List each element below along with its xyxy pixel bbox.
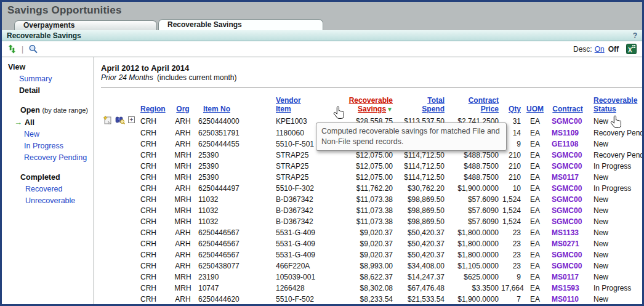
cell-region: CRH	[138, 216, 170, 227]
cell-status: New	[590, 249, 644, 260]
cell-total: $50,420.37	[395, 227, 447, 238]
col-header-vendor[interactable]: VendorItem	[265, 91, 329, 115]
cell-savings: $8,302.08	[329, 283, 395, 294]
cell-vendor: 5531-G-409	[265, 238, 329, 249]
cell-item: 6250444497	[198, 183, 265, 194]
excel-export-icon[interactable]: X	[626, 44, 637, 54]
tab-recoverable-savings[interactable]: Recoverable Savings	[158, 19, 323, 30]
sidebar-item-recovered[interactable]: Recovered	[25, 185, 62, 193]
cell-contract[interactable]: MS1109	[548, 127, 590, 139]
new-note-icon[interactable]	[103, 115, 112, 124]
cell-status: New	[590, 227, 644, 238]
col-header-contract[interactable]: Contract	[548, 91, 590, 115]
cell-uom: EA	[525, 283, 548, 294]
cell-status: New	[590, 294, 644, 305]
cell-contract[interactable]: MS1593	[548, 283, 590, 294]
cell-org: ARH	[170, 227, 198, 238]
cell-org: ARH	[170, 183, 198, 194]
col-header-status[interactable]: RecoverableStatus	[590, 91, 644, 115]
cell-item: 25390	[198, 161, 265, 172]
cell-uom: EA	[525, 172, 548, 183]
cell-org: MRH	[170, 283, 198, 294]
col-header-total[interactable]: TotalSpend	[395, 91, 447, 115]
cell-item: 6250446567	[198, 249, 265, 260]
cell-contract[interactable]: SGMC00	[548, 150, 590, 161]
cell-contract[interactable]: SGMC00	[548, 205, 590, 216]
table-header-row: RegionOrgItem NoVendorItemRecoverableSav…	[101, 91, 644, 115]
cell-region: CRH	[138, 283, 170, 294]
help-icon[interactable]: ?	[633, 31, 637, 40]
cell-savings: $8,622.37	[329, 272, 395, 283]
col-header-qty[interactable]: Qty	[501, 91, 525, 115]
cell-contract[interactable]: SGMC00	[548, 260, 590, 272]
cell-total: $98,869.50	[395, 216, 447, 227]
cell-uom: EA	[525, 127, 548, 139]
cell-vendor: 5531-G-409	[265, 227, 329, 238]
sidebar-item-all[interactable]: All	[25, 118, 34, 127]
cell-vendor: B-D367342	[265, 205, 329, 216]
cell-uom: EA	[525, 205, 548, 216]
cell-contract[interactable]: SGMC00	[548, 194, 590, 205]
cell-item: 23190	[198, 272, 265, 283]
tab-overpayments[interactable]: Overpayments	[14, 20, 157, 30]
cell-qty: 210	[501, 150, 525, 161]
refresh-icon[interactable]	[7, 44, 17, 54]
col-header-region[interactable]: Region	[138, 91, 170, 115]
cell-status: In Progress	[590, 161, 644, 172]
search-icon[interactable]	[28, 44, 38, 54]
sidebar-item-in-progress[interactable]: In Progress	[24, 142, 63, 150]
cell-contract[interactable]: MS0117	[548, 172, 590, 183]
col-header-org[interactable]: Org	[170, 91, 198, 115]
sidebar-item-unrecoverable[interactable]: Unrecoverable	[25, 196, 75, 205]
row-icons-cell	[101, 194, 138, 205]
cell-contract[interactable]: MS1133	[548, 227, 590, 238]
col-header-item[interactable]: Item No	[198, 91, 265, 115]
section-header: Recoverable Savings ?	[2, 30, 642, 41]
cell-contract[interactable]: MS0110	[548, 294, 590, 305]
sidebar-item-summary[interactable]: Summary	[19, 74, 52, 83]
cell-contract[interactable]: MS0271	[548, 238, 590, 249]
cell-contract[interactable]: SGMC00	[548, 216, 590, 227]
cell-total: $50,420.37	[395, 249, 447, 260]
cell-price: $57.6090	[447, 216, 501, 227]
cell-vendor: 5531-G-409	[265, 249, 329, 260]
cell-contract[interactable]: SGMC00	[548, 115, 590, 127]
cell-status: New	[590, 172, 644, 183]
col-header-uom[interactable]: UOM	[525, 91, 548, 115]
period-subtitle: Prior 24 Months (includes current month)	[101, 73, 644, 83]
find-records-icon[interactable]	[115, 115, 125, 124]
col-header-price[interactable]: ContractPrice	[447, 91, 501, 115]
col-header-savings[interactable]: RecoverableSavings▼	[329, 91, 395, 115]
cell-status: New	[590, 272, 644, 283]
period-range: Prior 24 Months	[101, 73, 153, 82]
table-row: CRHARH62504465675531-G-409$9,020.37$50,4…	[101, 238, 644, 249]
sidebar-item-detail[interactable]: Detail	[2, 85, 94, 97]
results-panel: April 2012 to April 2014 Prior 24 Months…	[94, 57, 644, 304]
desc-on-link[interactable]: On	[595, 45, 605, 54]
cell-contract[interactable]: SGMC00	[548, 249, 590, 260]
cell-savings: $9,020.37	[329, 227, 395, 238]
cell-uom: EA	[525, 249, 548, 260]
cell-org: ARH	[170, 115, 198, 127]
expand-plus-icon[interactable]: +	[128, 116, 135, 123]
row-icons-cell	[101, 272, 138, 283]
table-row: CRHMRH23190105039-001$8,622.37$14,247.37…	[101, 272, 644, 283]
cell-savings: $11,073.38	[329, 216, 395, 227]
cell-contract[interactable]: MS0117	[548, 272, 590, 283]
cell-savings: $9,020.37	[329, 249, 395, 260]
cell-contract[interactable]: SGMC00	[548, 183, 590, 194]
cell-vendor: 5510-F-302	[265, 183, 329, 194]
desc-off-label[interactable]: Off	[608, 45, 619, 54]
row-icons-cell	[101, 249, 138, 260]
cell-qty: 210	[501, 161, 525, 172]
cell-contract[interactable]: SGMC00	[548, 161, 590, 172]
cell-uom: EA	[525, 115, 548, 127]
cell-org: MRH	[170, 172, 198, 183]
cell-contract[interactable]: GE1108	[548, 139, 590, 150]
cell-vendor: B-D367342	[265, 216, 329, 227]
cell-item: 11032	[198, 216, 265, 227]
sidebar-item-new[interactable]: New	[24, 130, 39, 139]
sidebar-item-recovery-pending[interactable]: Recovery Pending	[24, 153, 87, 162]
current-selection-arrow-icon: →	[14, 118, 22, 127]
cell-vendor: 5510-F-502	[265, 294, 329, 305]
